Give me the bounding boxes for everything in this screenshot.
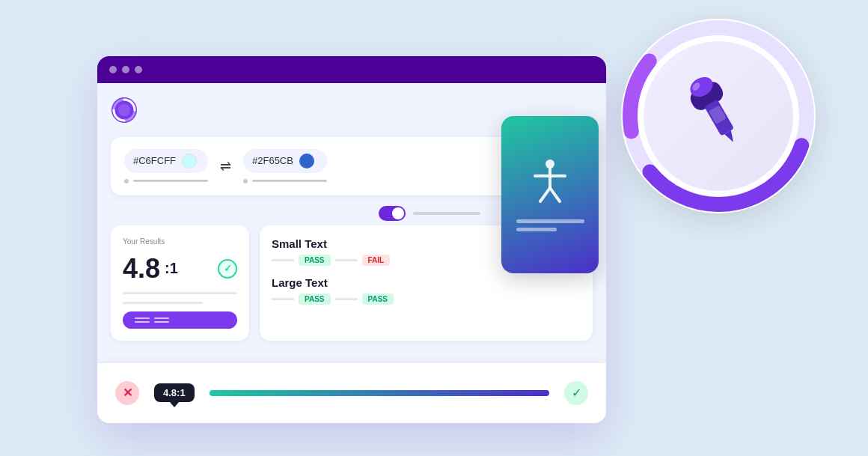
toggle-switch[interactable]: [379, 206, 406, 221]
app-logo: [111, 97, 138, 124]
badge-bar-1: [272, 259, 294, 261]
results-bar-2: [123, 302, 203, 304]
color-input-left: #C6FCFF: [124, 149, 208, 183]
ratio-value: 4.8: [123, 253, 160, 285]
color-value-2: #2F65CB: [252, 155, 293, 166]
slider-dot-1: [124, 179, 129, 183]
slider-dot-2: [243, 179, 248, 183]
button-lines-2: [154, 317, 169, 323]
browser-window: #C6FCFF ⇌ #2F65CB: [97, 56, 606, 423]
eyedropper-icon: [664, 58, 774, 174]
color-value-1: #C6FCFF: [133, 155, 176, 166]
slider-2: [243, 179, 327, 183]
cards-row: Your Results 4.8 :1 ✓: [111, 225, 593, 341]
badge-bar-4: [335, 298, 358, 300]
access-line-1: [516, 219, 584, 223]
titlebar-dot-2: [122, 66, 129, 73]
ratio-bubble: 4.8:1: [154, 383, 195, 402]
swap-icon[interactable]: ⇌: [220, 158, 231, 174]
large-text-badge-pass-1: PASS: [299, 294, 331, 305]
small-text-badge-pass: PASS: [299, 255, 331, 266]
ratio-suffix: :1: [165, 260, 178, 277]
btn-line-1: [135, 317, 150, 319]
ratio-row: 4.8 :1 ✓: [123, 253, 237, 285]
btn-line-4: [154, 321, 169, 323]
svg-line-5: [540, 188, 550, 201]
slider-1: [124, 179, 208, 183]
badge-bar-3: [272, 298, 294, 300]
toggle-label-bar: [413, 212, 480, 215]
color-input-2[interactable]: #2F65CB: [243, 149, 327, 173]
check-circle: ✓: [218, 259, 237, 279]
ratio-bubble-container: 4.8:1: [154, 383, 195, 402]
large-text-badge-row: PASS PASS: [272, 294, 581, 305]
contrast-slider[interactable]: [210, 390, 549, 396]
fail-icon: ✕: [115, 381, 139, 405]
results-button[interactable]: [123, 311, 237, 329]
toggle-knob: [392, 207, 404, 219]
slider-track-2[interactable]: [252, 180, 327, 182]
svg-point-1: [118, 104, 130, 116]
color-input-1[interactable]: #C6FCFF: [124, 149, 208, 173]
bottom-bar: ✕ 4.8:1 ✓: [97, 363, 606, 423]
titlebar-dot-3: [135, 66, 142, 73]
access-lines: [516, 219, 584, 231]
pass-icon: ✓: [564, 381, 588, 405]
titlebar: [97, 56, 606, 83]
color-swatch-1[interactable]: [182, 153, 197, 168]
accessibility-card: [501, 116, 599, 273]
accessibility-figure: [531, 158, 569, 207]
color-swatch-2[interactable]: [299, 153, 314, 168]
large-text-section: Large Text PASS PASS: [272, 276, 581, 305]
results-label: Your Results: [123, 237, 237, 246]
button-lines: [135, 317, 150, 323]
person-icon: [531, 158, 569, 203]
large-text-title: Large Text: [272, 276, 581, 289]
titlebar-dot-1: [109, 66, 117, 73]
svg-line-6: [550, 188, 560, 201]
results-bar-1: [123, 292, 237, 294]
btn-line-2: [135, 321, 150, 323]
color-input-right: #2F65CB: [243, 149, 327, 183]
small-text-badge-fail: FAIL: [362, 255, 391, 266]
large-text-badge-pass-2: PASS: [362, 294, 394, 305]
badge-bar-2: [335, 259, 358, 261]
browser-content: #C6FCFF ⇌ #2F65CB: [97, 83, 606, 354]
check-icon: ✓: [224, 263, 232, 274]
btn-line-3: [154, 317, 169, 319]
eyedropper-circle: [621, 19, 816, 213]
dropper-inner-circle: [644, 41, 793, 191]
toggle-row: [379, 206, 480, 221]
slider-track-1[interactable]: [133, 180, 208, 182]
access-line-2: [516, 228, 557, 231]
results-card: Your Results 4.8 :1 ✓: [111, 225, 249, 341]
